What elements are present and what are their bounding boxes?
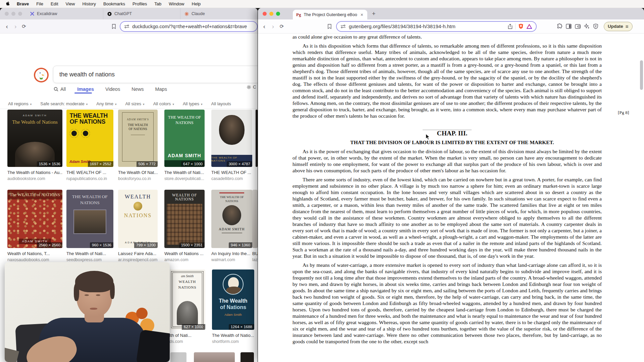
result-title[interactable]: The Wealth of Nati...: [164, 170, 205, 175]
cover-text: ADAM SMITH: [219, 227, 245, 231]
new-tab-button[interactable]: +: [372, 10, 376, 17]
cover-text: WEALTH: [125, 194, 151, 200]
forward-button[interactable]: ›: [11, 23, 19, 29]
result-title[interactable]: BUK...: [252, 251, 258, 256]
menu-item-window[interactable]: Window: [165, 1, 188, 6]
menu-item-history[interactable]: History: [78, 1, 99, 6]
apple-menu-icon[interactable]: [6, 1, 10, 6]
filter-safesearch[interactable]: Safe search: moderate▾: [40, 101, 88, 106]
reload-button[interactable]: ⟳: [277, 24, 286, 29]
filter-sizes[interactable]: All sizes▾: [125, 101, 144, 106]
reload-button[interactable]: ⟳: [20, 24, 28, 29]
result-title[interactable]: THE WEALTH OF ...: [66, 170, 113, 175]
filter-colors[interactable]: All colors▾: [153, 101, 174, 106]
macos-menu-bar: Brave File Edit View History Bookmarks P…: [0, 0, 644, 8]
image-result[interactable]: THE WEALTH OF NATIONS ADAM SMITH 946 × 1…: [211, 190, 252, 262]
bookmark-icon[interactable]: [111, 24, 116, 29]
result-title[interactable]: lth of Nati...: [169, 333, 205, 338]
tab-excalidraw[interactable]: Excalidraw: [26, 8, 103, 19]
hamburger-menu-icon[interactable]: ≡: [626, 23, 629, 29]
brave-shield-icon[interactable]: [518, 23, 524, 29]
menu-item-view[interactable]: View: [62, 1, 79, 6]
leo-ai-sparkle-icon[interactable]: [584, 23, 590, 29]
update-button[interactable]: Update ≡: [604, 22, 633, 31]
result-title[interactable]: Wealth of Nations ...: [164, 251, 205, 256]
zoom-window-button[interactable]: [18, 12, 22, 16]
image-result[interactable]: WEALTH NATIONS ADAM SMITH 799 × 1200 Lai…: [118, 190, 158, 262]
filter-types[interactable]: All types▾: [183, 101, 203, 106]
brave-rewards-icon[interactable]: [527, 24, 532, 29]
result-domain: shortform.com: [212, 339, 254, 344]
image-result[interactable]: [194, 352, 235, 362]
window-controls[interactable]: [263, 12, 280, 16]
image-result[interactable]: [256, 110, 258, 167]
person-mouth: [90, 308, 97, 310]
image-result[interactable]: WEALTH OF NATIONS 1500 × 2351 Wealth of …: [164, 190, 205, 262]
result-title[interactable]: THE WEALTH OF ...: [211, 170, 252, 175]
share-icon[interactable]: [508, 24, 513, 29]
site-settings-icon[interactable]: [124, 24, 129, 28]
menu-item-help[interactable]: Help: [188, 1, 205, 6]
image-result[interactable]: [170, 352, 186, 362]
result-title[interactable]: An Inquiry Into the...: [211, 251, 252, 256]
scrollbar-thumb[interactable]: [640, 60, 643, 90]
image-result[interactable]: [240, 352, 254, 362]
close-tab-icon[interactable]: ×: [360, 12, 364, 17]
image-result[interactable]: THE WEALTH OF NATIONS Adam Smith 1697 × …: [66, 110, 113, 181]
menu-item-file[interactable]: File: [33, 1, 47, 6]
vpn-shield-icon[interactable]: [593, 23, 598, 29]
result-title[interactable]: Wealth of Nations, T...: [7, 251, 62, 256]
minimize-window-button[interactable]: [11, 12, 15, 16]
image-result[interactable]: BUK...lazad...: [252, 190, 258, 262]
tab-news[interactable]: News: [131, 86, 144, 92]
forward-button[interactable]: ›: [269, 23, 277, 29]
paragraph: As by means of water-carriage, a more ex…: [292, 262, 602, 345]
back-button[interactable]: ‹: [3, 23, 11, 29]
extensions-icon[interactable]: [557, 23, 562, 29]
close-window-button[interactable]: [263, 12, 267, 16]
duckduckgo-logo[interactable]: [34, 67, 49, 83]
cover-text: ADAM SMITH: [168, 153, 201, 158]
site-settings-icon[interactable]: [341, 24, 345, 28]
menu-item-bookmarks[interactable]: Bookmarks: [100, 1, 129, 6]
bookmark-icon[interactable]: [327, 24, 332, 29]
image-result[interactable]: ADAM SMITH The Wealth of Nations 1536 × …: [7, 110, 62, 181]
window-controls-inactive[interactable]: [5, 12, 22, 16]
image-result[interactable]: THE WEALTH OF NATIONS ADAM SMITH 647 × 1…: [164, 110, 205, 181]
sidebar-icon[interactable]: [566, 24, 572, 29]
image-result[interactable]: THE WEALTH OF NATIONSADA 3000 × 4787 THE…: [211, 110, 252, 181]
image-result[interactable]: The WEALTH of NATIONS ADAM SMITH 2560 × …: [7, 190, 62, 262]
menu-item-edit[interactable]: Edit: [47, 1, 62, 6]
image-result[interactable]: The Wealth of Nations Adam Smith 1264 × …: [212, 269, 254, 344]
tab-chatgpt[interactable]: ChatGPT: [103, 8, 180, 19]
result-title[interactable]: The Wealth Of Nat...: [118, 170, 158, 175]
tab-images[interactable]: Images: [77, 86, 94, 92]
filter-time[interactable]: Any time▾: [96, 101, 116, 106]
result-title[interactable]: Laissez Faire Ada...: [118, 251, 158, 256]
menu-item-tab[interactable]: Tab: [151, 1, 165, 6]
left-address-bar[interactable]: duckduckgo.com/?q=the+wealth+of+nations&…: [120, 21, 258, 32]
tab-maps[interactable]: Maps: [155, 86, 167, 92]
menu-item-profiles[interactable]: Profiles: [129, 1, 151, 6]
wallet-icon[interactable]: [575, 24, 581, 29]
menu-item-brave[interactable]: Brave: [13, 1, 33, 6]
tab-claude[interactable]: Claude: [180, 8, 258, 19]
tab-videos[interactable]: Videos: [105, 86, 120, 92]
close-window-button[interactable]: [5, 12, 9, 16]
tab-all[interactable]: All: [54, 86, 66, 92]
filter-regions[interactable]: All regions▾: [8, 101, 32, 106]
minimize-window-button[interactable]: [269, 12, 273, 16]
ddg-settings[interactable]: C: [247, 84, 256, 89]
image-result[interactable]: THE WEALTH OF NATIONS 960 × 1536 The Wea…: [66, 190, 113, 262]
filter-layouts[interactable]: All layouts: [211, 101, 231, 106]
tab-project-gutenberg[interactable]: Pg The Project Gutenberg eBoo ×: [293, 10, 367, 19]
right-address-bar[interactable]: gutenberg.org/files/38194/38194-h/38194-…: [336, 21, 537, 32]
search-input[interactable]: the wealth of nations: [53, 66, 258, 83]
result-title[interactable]: The Wealth of Nati...: [66, 251, 113, 256]
result-title[interactable]: The Wealth of Nations - Au...: [7, 170, 62, 175]
image-result[interactable]: ADAM SMITH'S THE WEALTH OF NATIONS 506 ×…: [118, 110, 158, 181]
result-title[interactable]: The Wealth of Natio...: [212, 333, 254, 338]
image-result[interactable]: am Smith WEALTH NATIONS 627 × 1000 lth o…: [169, 269, 205, 344]
zoom-window-button[interactable]: [276, 12, 280, 16]
back-button[interactable]: ‹: [260, 23, 269, 29]
